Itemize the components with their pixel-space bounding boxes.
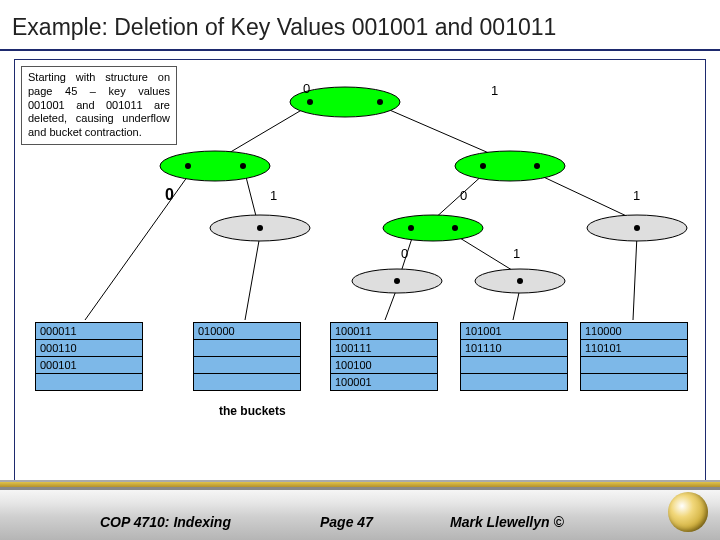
bucket-4: 110000 110101 [580, 322, 688, 391]
svg-point-29 [394, 278, 400, 284]
svg-point-25 [452, 225, 458, 231]
svg-point-18 [455, 151, 565, 181]
bucket-slot: 110101 [581, 339, 687, 356]
svg-point-27 [634, 225, 640, 231]
bucket-slot [461, 356, 567, 373]
bucket-slot: 100001 [331, 373, 437, 390]
bucket-0: 000011 000110 000101 [35, 322, 143, 391]
footer-author: Mark Llewellyn © [450, 514, 564, 530]
svg-line-11 [633, 235, 637, 320]
svg-point-16 [185, 163, 191, 169]
bucket-slot: 010000 [194, 323, 300, 339]
footer-course: COP 4710: Indexing [100, 514, 231, 530]
svg-point-24 [408, 225, 414, 231]
bucket-2: 100011 100111 100100 100001 [330, 322, 438, 391]
svg-point-13 [307, 99, 313, 105]
tree-svg: 0 1 0 1 0 1 0 1 [15, 60, 705, 480]
edge-label: 0 [303, 81, 310, 96]
bucket-slot: 100100 [331, 356, 437, 373]
svg-point-22 [257, 225, 263, 231]
bucket-slot [581, 373, 687, 390]
svg-point-17 [240, 163, 246, 169]
svg-line-2 [85, 173, 190, 320]
bucket-slot [461, 373, 567, 390]
edge-label: 1 [513, 246, 520, 261]
footer-page: Page 47 [320, 514, 373, 530]
buckets-caption: the buckets [219, 404, 286, 418]
bucket-slot: 000011 [36, 323, 142, 339]
svg-line-4 [433, 173, 485, 220]
edge-label: 0 [165, 186, 174, 203]
bucket-3: 101001 101110 [460, 322, 568, 391]
svg-line-3 [245, 173, 257, 220]
svg-point-19 [480, 163, 486, 169]
svg-point-15 [160, 151, 270, 181]
svg-point-31 [517, 278, 523, 284]
bucket-slot: 100111 [331, 339, 437, 356]
bucket-slot: 100011 [331, 323, 437, 339]
footer-accent-bar2 [0, 487, 720, 490]
bucket-slot: 110000 [581, 323, 687, 339]
edge-label: 0 [401, 246, 408, 261]
bucket-slot: 101001 [461, 323, 567, 339]
bucket-slot: 000101 [36, 356, 142, 373]
svg-point-20 [534, 163, 540, 169]
bucket-slot [581, 356, 687, 373]
edge-label: 1 [633, 188, 640, 203]
bucket-slot [194, 356, 300, 373]
bucket-slot: 101110 [461, 339, 567, 356]
bucket-slot [194, 373, 300, 390]
diagram-canvas: Starting with structure on page 45 – key… [14, 59, 706, 481]
svg-point-23 [383, 215, 483, 241]
ucf-logo-icon [668, 492, 708, 532]
bucket-1: 010000 [193, 322, 301, 391]
edge-label: 1 [270, 188, 277, 203]
bucket-slot: 000110 [36, 339, 142, 356]
bucket-slot [194, 339, 300, 356]
svg-line-6 [245, 235, 260, 320]
edge-label: 0 [460, 188, 467, 203]
edge-label: 1 [491, 83, 498, 98]
bucket-slot [36, 373, 142, 390]
page-title: Example: Deletion of Key Values 001001 a… [0, 0, 720, 51]
svg-line-5 [535, 173, 635, 220]
footer: COP 4710: Indexing Page 47 Mark Llewelly… [0, 480, 720, 540]
svg-point-14 [377, 99, 383, 105]
